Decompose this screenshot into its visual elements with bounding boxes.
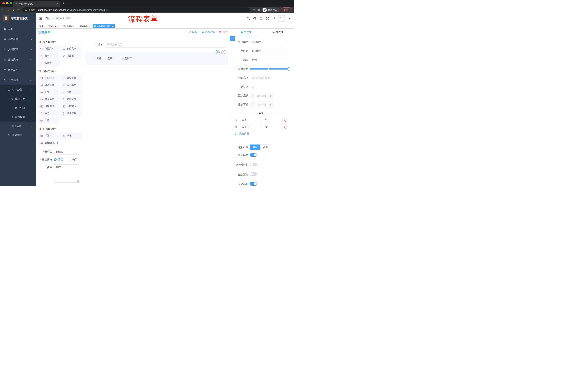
close-tag-icon[interactable] bbox=[88, 25, 90, 27]
status-radio-1[interactable]: 关闭 bbox=[68, 158, 77, 161]
canvas-field-gender-selected[interactable]: *性别 选项一选项二 bbox=[85, 52, 228, 65]
component-item-0-1[interactable]: 多行文本 bbox=[60, 45, 81, 52]
gender-option-0[interactable]: 选项一 bbox=[103, 57, 115, 60]
option-style-0[interactable]: 默认 bbox=[250, 145, 260, 150]
option-style-1[interactable]: 按钮 bbox=[260, 145, 271, 150]
stepper-increase-button[interactable]: + bbox=[268, 93, 273, 99]
form-grid-slider[interactable] bbox=[250, 68, 289, 70]
min-select-placeholder[interactable]: 至少应选 bbox=[255, 93, 268, 99]
close-tag-icon[interactable] bbox=[57, 25, 59, 27]
tag-2[interactable]: 流程模型 bbox=[62, 24, 76, 28]
remove-option-icon[interactable] bbox=[284, 125, 287, 129]
toggle-2[interactable] bbox=[250, 172, 257, 176]
add-option-button[interactable]: 添加选项 bbox=[230, 132, 290, 135]
drag-handle-icon[interactable] bbox=[234, 119, 238, 122]
drag-handle-icon[interactable] bbox=[234, 126, 238, 129]
sidebar-item-10[interactable]: 任务管理 bbox=[0, 122, 36, 131]
save-button[interactable]: 保存 bbox=[188, 31, 197, 34]
view-json-button[interactable]: 查看json bbox=[201, 31, 215, 34]
panel-tab-1[interactable]: 表单属性 bbox=[262, 29, 294, 36]
panel-tab-0[interactable]: 组件属性 bbox=[230, 29, 262, 36]
sidebar-item-2[interactable]: ¥支付管理 bbox=[0, 44, 36, 55]
option-label-input[interactable] bbox=[239, 117, 262, 123]
remove-option-icon[interactable] bbox=[284, 118, 287, 122]
close-window-button[interactable] bbox=[2, 2, 5, 4]
component-item-1-9[interactable]: 日期范围 bbox=[60, 103, 81, 109]
sidebar-item-4[interactable]: 研发工具 bbox=[0, 65, 36, 75]
bookmark-star-icon[interactable] bbox=[258, 8, 261, 11]
component-item-1-4[interactable]: 开关 bbox=[38, 89, 59, 95]
form-remark-textarea[interactable]: 嘿嘿 bbox=[54, 164, 79, 182]
toggle-3[interactable] bbox=[250, 182, 257, 186]
link-flag-icon[interactable] bbox=[230, 36, 235, 41]
clear-button[interactable]: 清空 bbox=[219, 31, 228, 34]
sidebar-item-7[interactable]: 流程表单 bbox=[0, 94, 36, 103]
close-tag-icon[interactable] bbox=[111, 25, 113, 27]
sidebar-item-3[interactable]: 基础设施 bbox=[0, 55, 36, 65]
search-icon[interactable] bbox=[247, 17, 250, 20]
back-icon[interactable] bbox=[2, 8, 5, 11]
stepper-increase-button[interactable]: + bbox=[268, 102, 273, 107]
tag-4[interactable]: 流程表单-编辑 bbox=[93, 24, 115, 28]
default-value-input[interactable] bbox=[250, 84, 290, 90]
forward-icon[interactable] bbox=[7, 8, 10, 11]
component-item-1-8[interactable]: 日期选择 bbox=[38, 103, 59, 109]
maximize-window-button[interactable] bbox=[10, 2, 12, 4]
option-value-input[interactable] bbox=[263, 117, 283, 123]
reload-icon[interactable] bbox=[11, 8, 14, 11]
component-item-0-0[interactable]: 单行文本 bbox=[38, 45, 59, 52]
phone-input[interactable] bbox=[105, 41, 226, 48]
component-item-1-12[interactable]: 上传 bbox=[38, 117, 59, 124]
sidebar-item-8[interactable]: 用户分组 bbox=[0, 103, 36, 112]
minimize-window-button[interactable] bbox=[6, 2, 9, 4]
browser-tab[interactable]: 芋道管理系统 bbox=[13, 1, 60, 7]
field-name-input[interactable] bbox=[250, 48, 290, 54]
copy-component-button[interactable] bbox=[216, 50, 220, 54]
sidebar-item-0[interactable]: 首页 bbox=[0, 24, 36, 34]
tag-1[interactable]: 流程定义 bbox=[46, 24, 61, 28]
stepper-decrease-button[interactable]: − bbox=[250, 93, 255, 99]
component-item-1-10[interactable]: 评分 bbox=[38, 110, 59, 117]
address-bar[interactable]: 不安全 dashboard.yudao.iocoder.cn /bpm/mana… bbox=[22, 8, 250, 12]
sidebar-item-11[interactable]: 请假查询 bbox=[0, 131, 36, 140]
toggle-1[interactable] bbox=[250, 163, 257, 166]
component-item-1-6[interactable]: 时间选择 bbox=[38, 96, 59, 102]
fullscreen-icon[interactable] bbox=[266, 17, 269, 20]
component-item-1-3[interactable]: 多选框组 bbox=[60, 82, 81, 88]
component-item-2-0[interactable]: 行容器 bbox=[38, 132, 59, 139]
font-size-icon[interactable]: TT bbox=[272, 17, 275, 20]
help-icon[interactable] bbox=[259, 17, 263, 20]
collapse-sidebar-icon[interactable] bbox=[39, 17, 42, 20]
component-item-1-1[interactable]: 级联选择 bbox=[60, 75, 81, 81]
component-item-1-11[interactable]: 颜色选择 bbox=[60, 110, 81, 117]
browser-menu-dots-icon[interactable] bbox=[289, 9, 291, 11]
avatar-caret-icon[interactable] bbox=[288, 17, 291, 20]
sidebar-item-9[interactable]: 流程模型 bbox=[0, 112, 36, 122]
home-icon[interactable] bbox=[16, 8, 19, 11]
checkbox[interactable] bbox=[120, 57, 123, 60]
component-item-0-3[interactable]: 123计数器 bbox=[60, 53, 81, 59]
component-type-value[interactable] bbox=[250, 39, 290, 45]
form-canvas[interactable]: *手机号 *性别 选项一选项二 bbox=[83, 36, 230, 186]
component-item-1-7[interactable]: 时间范围 bbox=[60, 96, 81, 102]
sidebar-item-1[interactable]: 系统管理 bbox=[0, 34, 36, 44]
label-width-input[interactable] bbox=[250, 75, 290, 81]
breadcrumb-home[interactable]: 首页 bbox=[45, 17, 51, 20]
canvas-field-phone[interactable]: *手机号 bbox=[85, 41, 226, 48]
component-item-2-1[interactable]: 按钮 bbox=[60, 132, 81, 139]
sidebar-item-6[interactable]: 流程管理 bbox=[0, 85, 36, 94]
stepper-decrease-button[interactable]: − bbox=[250, 102, 255, 107]
not-secure-warning-icon[interactable] bbox=[25, 9, 27, 11]
avatar[interactable] bbox=[279, 15, 285, 21]
tag-3[interactable]: 流程表单 bbox=[77, 24, 92, 28]
close-tag-icon[interactable] bbox=[73, 25, 74, 27]
update-button[interactable]: 更新 bbox=[281, 8, 292, 12]
close-tab-icon[interactable] bbox=[56, 3, 58, 5]
component-item-1-5[interactable]: 滑块 bbox=[60, 89, 81, 95]
sidebar-item-5[interactable]: 工作流程 bbox=[0, 75, 36, 85]
github-icon[interactable] bbox=[253, 17, 256, 20]
component-item-0-4[interactable]: 编辑器 bbox=[38, 60, 59, 66]
option-value-input[interactable] bbox=[263, 124, 283, 130]
title-input[interactable] bbox=[250, 57, 290, 63]
component-item-2-2[interactable]: 表格[开发中] bbox=[38, 139, 59, 146]
